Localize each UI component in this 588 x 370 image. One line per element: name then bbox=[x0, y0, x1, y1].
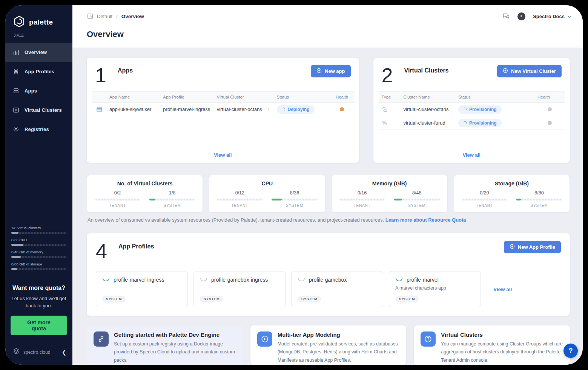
col-health: Health bbox=[534, 95, 565, 99]
tenant-quota: 0/16 TENANT bbox=[339, 190, 385, 208]
breadcrumb-project[interactable]: Default bbox=[97, 14, 112, 19]
profile-layer-icon bbox=[102, 277, 110, 282]
app-profile-cell: profile-marvel-ingress bbox=[160, 106, 213, 112]
info-card-title: Multi-tier App Modeling bbox=[278, 331, 400, 338]
sidebar-item-app-profiles[interactable]: App Profiles bbox=[5, 62, 72, 81]
sidebar-item-overview[interactable]: Overview bbox=[5, 43, 72, 62]
topbar-actions: Spectro Docs bbox=[502, 12, 571, 20]
profile-subtitle: A marvel characters app bbox=[395, 285, 474, 291]
collapse-sidebar-icon[interactable]: ❮ bbox=[61, 349, 66, 356]
sidebar-nav: Overview App Profiles Apps Virtual Clust… bbox=[5, 43, 72, 139]
clusters-table-header: Type Cluster Name Status Health bbox=[379, 91, 565, 103]
app-profile-item[interactable]: profile-gamebox-ingress SYSTEM bbox=[193, 271, 286, 307]
col-status: Status bbox=[274, 95, 330, 99]
clusters-view-all-link[interactable]: View all bbox=[379, 148, 565, 163]
col-app-profile: App Profile bbox=[160, 95, 213, 99]
new-virtual-cluster-button[interactable]: New Virtual Cluster bbox=[497, 65, 562, 77]
help-button[interactable]: ? bbox=[563, 344, 578, 358]
sidebar-item-apps[interactable]: Apps bbox=[5, 81, 72, 100]
sidebar-item-label: Registries bbox=[25, 126, 49, 132]
resource-quota-link[interactable]: Learn more about Resource Quota bbox=[385, 217, 466, 223]
tenant-quota: 0/20 TENANT bbox=[462, 190, 507, 208]
health-dot bbox=[548, 121, 552, 125]
quota-label: 1/8 Virtual clusters bbox=[11, 226, 66, 230]
virtual-cluster-cell: virtual-cluster-octans bbox=[214, 106, 274, 112]
status-badge: Provisioning bbox=[458, 119, 502, 127]
quota-bar bbox=[11, 232, 66, 234]
question-circle-icon bbox=[421, 331, 436, 347]
breadcrumb: Default / Overview Spectro Docs bbox=[87, 12, 571, 20]
quota-label: 8/36 CPU bbox=[11, 238, 66, 242]
tenant-quota: 0/12 TENANT bbox=[217, 190, 263, 208]
clusters-table-row[interactable]: virtual-cluster-octans Provisioning bbox=[379, 103, 565, 116]
quota-storage: 8/80 GiB of storage bbox=[11, 262, 66, 270]
virtual-clusters-card: 2 Virtual Clusters New Virtual Cluster T… bbox=[373, 58, 570, 163]
get-more-quota-button[interactable]: Get more quota bbox=[11, 316, 67, 335]
app-profile-item[interactable]: profile-marvel A marvel characters app S… bbox=[389, 271, 481, 307]
sidebar-item-registries[interactable]: Registries bbox=[5, 120, 72, 139]
info-card-virtual-clusters[interactable]: Virtual Clusters You can manage compute … bbox=[414, 325, 570, 365]
resource-quota-section: No. of Virtual Clusters 0/2 TENANT 1/8 S… bbox=[87, 175, 570, 213]
new-app-profile-button[interactable]: New App Profile bbox=[504, 241, 561, 253]
new-app-button-label: New app bbox=[325, 68, 345, 74]
sidebar-item-virtual-clusters[interactable]: Virtual Clusters bbox=[5, 100, 72, 120]
quota-virtual-clusters: 1/8 Virtual clusters bbox=[11, 226, 66, 234]
info-card-dev-engine[interactable]: Getting started with Palette Dev Engine … bbox=[87, 325, 243, 365]
new-app-profile-button-label: New App Profile bbox=[518, 244, 555, 250]
col-cluster-name: Cluster Name bbox=[401, 95, 456, 99]
chevron-down-icon bbox=[567, 13, 571, 20]
clusters-table-row[interactable]: virtual-cluster-furud Provisioning bbox=[379, 116, 565, 130]
info-card-app-modeling[interactable]: Multi-tier App Modeling Model curated, p… bbox=[250, 325, 407, 365]
quota-card-title: No. of Virtual Clusters bbox=[95, 180, 195, 187]
palette-logo-icon bbox=[13, 15, 26, 29]
cluster-type-icon bbox=[379, 106, 401, 113]
apps-table: App Name App Profile Virtual Cluster Sta… bbox=[92, 91, 354, 163]
col-virtual-cluster: Virtual Cluster bbox=[214, 95, 274, 99]
system-badge: SYSTEM bbox=[298, 296, 321, 302]
clusters-count: 2 bbox=[382, 65, 393, 85]
promo-title: Want more quota? bbox=[11, 285, 67, 291]
page-title: Overview bbox=[87, 20, 571, 48]
status-badge: Deploying bbox=[277, 105, 315, 114]
feedback-chat-icon[interactable] bbox=[502, 12, 510, 20]
apps-view-all-link[interactable]: View all bbox=[92, 148, 354, 163]
system-badge: SYSTEM bbox=[102, 296, 126, 302]
apps-table-row[interactable]: app-luke-skywalker profile-marvel-ingres… bbox=[92, 103, 354, 116]
new-app-button[interactable]: New app bbox=[311, 65, 350, 77]
quota-bar bbox=[11, 244, 66, 246]
health-dot bbox=[548, 107, 552, 111]
health-dot bbox=[340, 107, 344, 111]
quota-bar bbox=[11, 268, 66, 270]
system-badge: SYSTEM bbox=[395, 296, 419, 302]
info-card-text: Set up a custom pack registry using a Do… bbox=[114, 340, 236, 364]
quota-label: 8/80 GiB of storage bbox=[11, 262, 66, 266]
spinner-icon bbox=[282, 108, 285, 111]
settings-gear-icon[interactable] bbox=[517, 12, 525, 20]
profiles-view-all-link[interactable]: View all bbox=[493, 271, 512, 307]
profiles-card-title: App Profiles bbox=[118, 243, 154, 250]
apps-card-title: Apps bbox=[118, 67, 133, 74]
profile-name: profile-gamebox bbox=[309, 277, 347, 283]
quota-card-cpu: CPU 0/12 TENANT 8/36 SYSTEM bbox=[209, 175, 325, 213]
spinner-icon bbox=[265, 108, 269, 111]
spinner-icon bbox=[463, 108, 467, 111]
info-card-text: You can manage compute using Cluster Gro… bbox=[441, 340, 563, 364]
breadcrumb-current: Overview bbox=[121, 14, 144, 19]
cluster-name-cell: virtual-cluster-furud bbox=[401, 120, 456, 126]
profile-name: profile-marvel-ingress bbox=[114, 277, 164, 283]
project-icon bbox=[87, 13, 94, 20]
docs-dropdown[interactable]: Spectro Docs bbox=[533, 13, 571, 20]
brand: palette bbox=[5, 5, 72, 31]
apps-card: 1 Apps New app App Name App Profile Virt… bbox=[87, 58, 359, 163]
apps-table-header: App Name App Profile Virtual Cluster Sta… bbox=[92, 91, 354, 103]
play-circle-icon bbox=[257, 331, 272, 347]
quota-memory: 8/48 GiB of memory bbox=[11, 250, 66, 258]
spectro-cloud-logo-icon bbox=[12, 347, 20, 357]
link-icon bbox=[94, 331, 109, 347]
circle-plus-icon bbox=[316, 68, 322, 74]
sidebar-item-label: Overview bbox=[25, 49, 47, 55]
app-profile-item[interactable]: profile-marvel-ingress SYSTEM bbox=[96, 271, 188, 307]
profile-name: profile-gamebox-ingress bbox=[211, 277, 268, 283]
app-profiles-icon bbox=[13, 68, 19, 75]
app-profile-item[interactable]: profile-gamebox SYSTEM bbox=[291, 271, 383, 307]
